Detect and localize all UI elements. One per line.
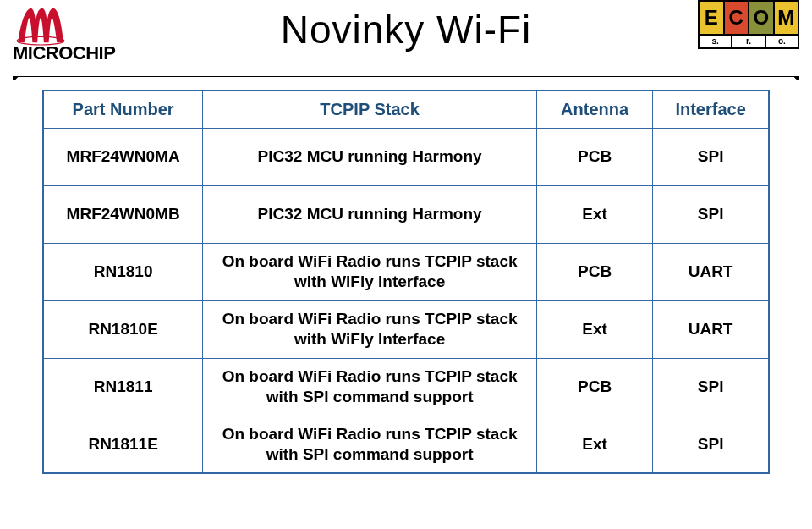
cell-part: RN1810 (43, 243, 203, 300)
microchip-logo: MICROCHIP (13, 0, 161, 59)
col-antenna: Antenna (536, 91, 652, 128)
ecom-letters: E C O M (698, 0, 799, 36)
col-interface: Interface (653, 91, 769, 128)
ecom-letter-c: C (725, 2, 750, 34)
cell-stack: PIC32 MCU running Harmony (203, 185, 537, 243)
cell-antenna: PCB (536, 128, 652, 185)
cell-part: RN1810E (43, 300, 203, 358)
cell-stack: On board WiFi Radio runs TCPIP stack wit… (203, 300, 537, 358)
table-header-row: Part Number TCPIP Stack Antenna Interfac… (43, 91, 769, 128)
table-row: RN1811 On board WiFi Radio runs TCPIP st… (43, 358, 769, 416)
microchip-wordmark: MICROCHIP (13, 42, 115, 64)
cell-part: RN1811 (43, 358, 203, 416)
table-row: RN1810E On board WiFi Radio runs TCPIP s… (43, 300, 769, 358)
wifi-parts-table: Part Number TCPIP Stack Antenna Interfac… (42, 90, 770, 474)
wifi-table-wrap: Part Number TCPIP Stack Antenna Interfac… (42, 90, 770, 474)
cell-antenna: Ext (536, 300, 652, 358)
cell-stack: On board WiFi Radio runs TCPIP stack wit… (203, 416, 537, 473)
ecom-logo: E C O M s. r. o. (698, 0, 799, 59)
ecom-sub-r: r. (732, 36, 765, 47)
cell-part: RN1811E (43, 416, 203, 473)
cell-interface: UART (653, 243, 769, 300)
ecom-letter-m: M (775, 2, 798, 34)
cell-interface: UART (653, 300, 769, 358)
cell-antenna: PCB (536, 243, 652, 300)
cell-antenna: Ext (536, 185, 652, 243)
cell-stack: PIC32 MCU running Harmony (203, 128, 537, 185)
cell-part: MRF24WN0MB (43, 185, 203, 243)
cell-antenna: Ext (536, 416, 652, 473)
table-row: RN1811E On board WiFi Radio runs TCPIP s… (43, 416, 769, 473)
cell-antenna: PCB (536, 358, 652, 416)
microchip-swoosh-icon (16, 2, 65, 46)
cell-interface: SPI (653, 358, 769, 416)
ecom-sub-o: o. (766, 36, 798, 47)
cell-part: MRF24WN0MA (43, 128, 203, 185)
col-part-number: Part Number (43, 91, 203, 128)
cell-interface: SPI (653, 185, 769, 243)
cell-interface: SPI (653, 416, 769, 473)
cell-interface: SPI (653, 128, 769, 185)
cell-stack: On board WiFi Radio runs TCPIP stack wit… (203, 243, 537, 300)
col-tcpip-stack: TCPIP Stack (203, 91, 537, 128)
cell-stack: On board WiFi Radio runs TCPIP stack wit… (203, 358, 537, 416)
header-divider (13, 76, 799, 80)
ecom-subtext: s. r. o. (698, 36, 799, 49)
ecom-sub-s: s. (700, 36, 732, 47)
table-row: MRF24WN0MA PIC32 MCU running Harmony PCB… (43, 128, 769, 185)
table-row: RN1810 On board WiFi Radio runs TCPIP st… (43, 243, 769, 300)
ecom-letter-o: O (749, 2, 775, 34)
table-row: MRF24WN0MB PIC32 MCU running Harmony Ext… (43, 185, 769, 243)
ecom-letter-e: E (700, 2, 725, 34)
slide-header: MICROCHIP Novinky Wi-Fi E C O M s. r. o. (0, 0, 812, 76)
